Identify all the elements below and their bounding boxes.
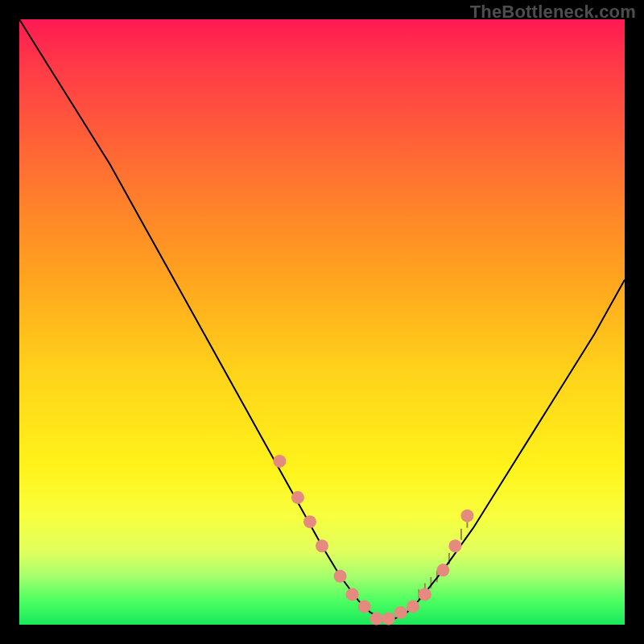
- valley-marker: [334, 570, 347, 583]
- chart-svg: [19, 19, 625, 625]
- valley-marker: [407, 600, 419, 613]
- chart-frame: TheBottleneck.com: [0, 0, 644, 644]
- valley-marker: [460, 510, 473, 522]
- valley-marker: [394, 606, 407, 619]
- valley-marker: [436, 564, 449, 576]
- valley-marker: [358, 600, 371, 613]
- valley-marker: [346, 588, 359, 601]
- watermark-text: TheBottleneck.com: [470, 2, 636, 23]
- valley-marker: [316, 539, 328, 552]
- valley-marker: [448, 539, 461, 552]
- valley-marker: [273, 455, 286, 468]
- valley-marker: [370, 612, 383, 625]
- valley-marker: [291, 491, 304, 504]
- bottleneck-curve: [19, 19, 625, 619]
- valley-marker: [303, 515, 316, 528]
- valley-marker: [419, 588, 431, 601]
- tick-group: [419, 517, 467, 601]
- chart-plot-area: [19, 19, 625, 625]
- marker-group: [273, 455, 473, 625]
- valley-marker: [382, 612, 395, 625]
